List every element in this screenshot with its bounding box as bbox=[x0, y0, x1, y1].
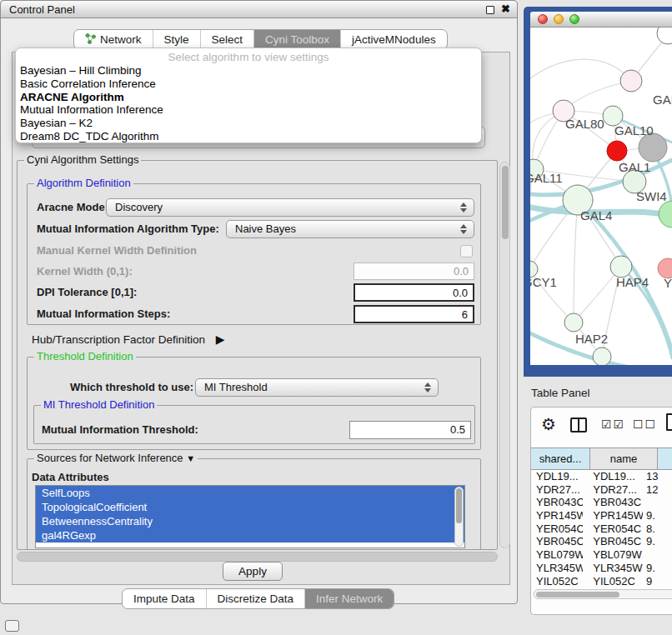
table-row[interactable]: YPR145WYPR145W9. bbox=[531, 509, 672, 522]
attributes-list-scrollbar[interactable] bbox=[454, 487, 464, 547]
algorithm-option-basic-correlation-inference[interactable]: Basic Correlation Inference bbox=[16, 78, 481, 91]
settings-vertical-scrollbar[interactable] bbox=[499, 162, 510, 548]
dpi-tolerance-field[interactable]: 0.0 bbox=[354, 283, 474, 302]
document-icon[interactable] bbox=[666, 413, 672, 431]
control-panel-titlebar[interactable]: Control Panel ✖ bbox=[0, 0, 518, 18]
zoom-traffic-light-icon[interactable] bbox=[569, 14, 579, 24]
gear-icon[interactable]: ⚙ bbox=[541, 414, 556, 434]
network-node[interactable] bbox=[564, 313, 583, 332]
aracne-mode-value: Discovery bbox=[115, 199, 163, 216]
attribute-item-betweennesscentrality[interactable]: BetweennessCentrality bbox=[36, 514, 464, 528]
tab-jactivemnodules[interactable]: jActiveMNodules bbox=[340, 30, 447, 49]
expand-right-icon: ▶ bbox=[216, 332, 225, 346]
scrollbar-thumb[interactable] bbox=[536, 592, 619, 598]
network-node[interactable] bbox=[639, 133, 667, 162]
network-node[interactable] bbox=[659, 201, 672, 228]
checked-pair-icon[interactable]: ☑☑ bbox=[601, 418, 625, 431]
data-attributes-label: Data Attributes bbox=[32, 472, 109, 483]
attribute-item-topologicalcoefficient[interactable]: TopologicalCoefficient bbox=[36, 500, 464, 514]
unchecked-pair-icon[interactable]: ☐☐ bbox=[633, 418, 657, 431]
table-cell bbox=[643, 496, 672, 509]
table-cell: YIL052C bbox=[583, 575, 643, 588]
table-cell: YBR045C bbox=[531, 535, 583, 548]
table-cell: YLR345W bbox=[583, 562, 643, 575]
scrollbar-thumb[interactable] bbox=[502, 166, 509, 239]
network-window-titlebar[interactable] bbox=[530, 12, 672, 28]
data-attributes-list[interactable]: SelfLoopsTopologicalCoefficientBetweenne… bbox=[35, 485, 465, 548]
hub-definition-expander[interactable]: Hub/Transcription Factor Definition ▶ bbox=[32, 332, 225, 346]
mi-threshold-definition-title: MI Threshold Definition bbox=[41, 399, 157, 411]
network-edge[interactable] bbox=[530, 59, 631, 83]
table-row[interactable]: YBL079WYBL079W bbox=[531, 548, 672, 562]
attribute-item-selfloops[interactable]: SelfLoops bbox=[36, 486, 464, 500]
collapse-down-icon: ▼ bbox=[186, 453, 195, 463]
network-node[interactable] bbox=[620, 70, 642, 92]
bottom-tab-impute-data[interactable]: Impute Data bbox=[123, 589, 206, 608]
table-row[interactable]: YER054CYER054C8. bbox=[531, 522, 672, 536]
network-node[interactable] bbox=[607, 141, 627, 161]
table-row[interactable]: YDL19...YDL19...13 bbox=[531, 470, 672, 483]
mi-steps-field[interactable]: 6 bbox=[354, 305, 474, 323]
float-window-icon[interactable] bbox=[486, 6, 494, 14]
stepper-arrows-icon bbox=[424, 382, 432, 393]
algorithm-option-bayesian-k2[interactable]: Bayesian – K2 bbox=[16, 117, 481, 130]
column-header-shared[interactable]: shared... bbox=[531, 448, 590, 470]
mi-algorithm-type-select[interactable]: Naive Bayes bbox=[226, 220, 474, 238]
attribute-item-gal4rgexp[interactable]: gal4RGexp bbox=[36, 528, 464, 542]
table-row[interactable]: YLR345WYLR345W9. bbox=[531, 562, 672, 575]
algorithm-option-mutual-information-inference[interactable]: Mutual Information Inference bbox=[16, 103, 481, 117]
network-icon bbox=[85, 33, 96, 47]
minimized-window-icon[interactable] bbox=[5, 620, 19, 632]
algorithm-option-dream8-dc-tdc-algorithm[interactable]: Dream8 DC_TDC Algorithm bbox=[16, 130, 481, 143]
split-columns-icon[interactable] bbox=[570, 418, 587, 432]
column-header-name[interactable]: name bbox=[590, 448, 658, 470]
which-threshold-label: Which threshold to use: bbox=[70, 382, 193, 393]
tab-select[interactable]: Select bbox=[200, 30, 254, 49]
table-horizontal-scrollbar[interactable] bbox=[534, 589, 672, 599]
settings-horizontal-scrollbar[interactable] bbox=[17, 552, 498, 562]
tab-label: Network bbox=[100, 33, 142, 46]
table-cell: 8. bbox=[643, 522, 672, 536]
node-label-hap2: HAP2 bbox=[575, 332, 608, 346]
mi-algorithm-type-label: Mutual Information Algorithm Type: bbox=[37, 223, 219, 235]
tab-style[interactable]: Style bbox=[153, 30, 200, 49]
tab-network[interactable]: Network bbox=[74, 30, 153, 49]
mi-threshold-field[interactable]: 0.5 bbox=[349, 421, 471, 439]
table-cell: YLR345W bbox=[531, 562, 583, 575]
network-edge[interactable] bbox=[574, 200, 578, 322]
minimize-traffic-light-icon[interactable] bbox=[554, 14, 564, 24]
apply-button[interactable]: Apply bbox=[223, 562, 283, 581]
tab-label: Style bbox=[164, 33, 189, 46]
network-node[interactable] bbox=[593, 348, 611, 365]
close-icon[interactable]: ✖ bbox=[501, 2, 510, 15]
close-traffic-light-icon[interactable] bbox=[538, 14, 548, 24]
which-threshold-select[interactable]: MI Threshold bbox=[195, 378, 439, 397]
column-header-a[interactable]: A bbox=[658, 448, 672, 470]
kernel-width-field[interactable]: 0.0 bbox=[354, 262, 474, 280]
scrollbar-thumb[interactable] bbox=[456, 488, 462, 523]
tab-cyni-toolbox[interactable]: Cyni Toolbox bbox=[253, 30, 340, 49]
algorithm-option-aracne-algorithm[interactable]: ARACNE Algorithm bbox=[16, 91, 481, 104]
manual-kernel-width-checkbox[interactable] bbox=[460, 245, 473, 258]
table-cell: YPR145W bbox=[531, 509, 583, 522]
table-row[interactable]: YBR043CYBR043C bbox=[531, 496, 672, 509]
sources-title-text: Sources for Network Inference bbox=[37, 452, 183, 464]
mi-algorithm-type-value: Naive Bayes bbox=[235, 221, 296, 238]
table-row[interactable]: YDR27...YDR27...12 bbox=[531, 483, 672, 497]
sources-title[interactable]: Sources for Network Inference ▼ bbox=[34, 452, 198, 464]
node-label-gcy1: GCY1 bbox=[530, 275, 557, 289]
network-canvas[interactable]: GALGAL80GAL10GAL1GAL11SWI4GAL4GCY1HAP4YH… bbox=[530, 28, 672, 365]
algorithm-option-bayesian-hill-climbing[interactable]: Bayesian – Hill Climbing bbox=[16, 64, 481, 78]
table-row[interactable]: YIL052CYIL052C9 bbox=[531, 575, 672, 588]
table-cell: 13 bbox=[643, 470, 672, 483]
network-canvas-svg: GALGAL80GAL10GAL1GAL11SWI4GAL4GCY1HAP4YH… bbox=[530, 28, 672, 365]
table-row[interactable]: YBR045CYBR045C9. bbox=[531, 535, 672, 548]
table-cell: YDR27... bbox=[531, 483, 583, 497]
bottom-tab-infer-network[interactable]: Infer Network bbox=[304, 589, 394, 608]
node-label-gal10: GAL10 bbox=[614, 123, 654, 138]
table-cell: YBL079W bbox=[583, 548, 643, 562]
which-threshold-value: MI Threshold bbox=[204, 379, 268, 396]
aracne-mode-select[interactable]: Discovery bbox=[106, 198, 474, 217]
bottom-tab-discretize-data[interactable]: Discretize Data bbox=[206, 589, 305, 608]
network-node[interactable] bbox=[657, 28, 672, 44]
